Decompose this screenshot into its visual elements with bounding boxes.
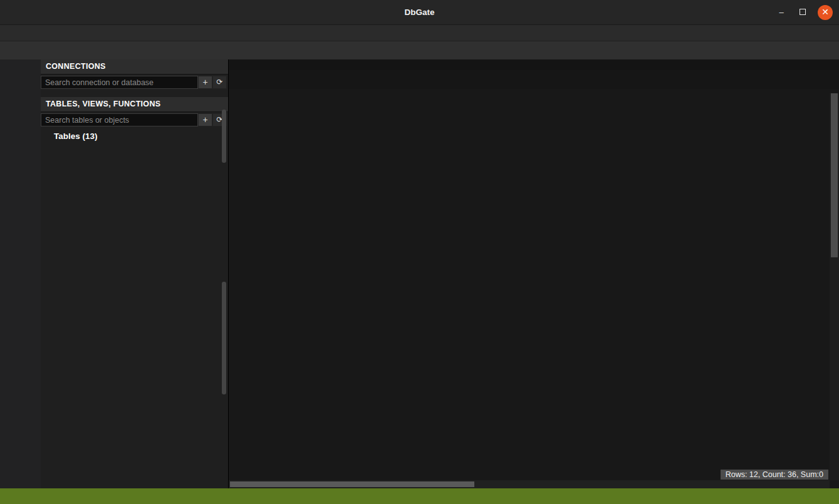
maximize-icon <box>800 9 806 15</box>
tables-group-row[interactable]: Tables (13) <box>41 128 228 144</box>
window-title: DbGate <box>0 0 839 25</box>
scrollbar-thumb[interactable] <box>230 481 474 487</box>
data-grid-area: Rows: 12, Count: 36, Sum:0 <box>229 89 839 488</box>
connections-search-row: + ⟳ <box>41 75 228 90</box>
database-tab-strip <box>229 59 839 70</box>
grid-horizontal-scrollbar[interactable] <box>229 480 830 488</box>
table-tab-strip <box>229 70 839 89</box>
tables-group-label: Tables (13) <box>54 131 98 141</box>
scrollbar-thumb[interactable] <box>831 93 838 257</box>
tables-search-row: + ⟳ <box>41 112 228 128</box>
maximize-button[interactable] <box>795 5 810 20</box>
connections-search-input[interactable] <box>41 76 198 89</box>
connections-refresh-button[interactable]: ⟳ <box>212 76 227 89</box>
tables-header: TABLES, VIEWS, FUNCTIONS <box>41 97 228 112</box>
minimize-button[interactable]: – <box>774 5 789 20</box>
sidebar-icon-rail <box>0 59 41 488</box>
left-panel: CONNECTIONS + ⟳ TABLES, VIEWS, FUNCTIONS… <box>41 59 229 488</box>
dbgate-window: DbGate – ✕ CONNECTIONS + ⟳ TABLES, VIEWS… <box>0 0 839 504</box>
connections-scrollbar[interactable] <box>222 110 226 163</box>
menu-bar <box>0 25 839 41</box>
add-table-plus-button[interactable]: + <box>198 113 212 126</box>
add-connection-plus-button[interactable]: + <box>198 76 212 89</box>
tables-scrollbar[interactable] <box>222 282 226 394</box>
grid-vertical-scrollbar[interactable] <box>830 93 839 480</box>
title-bar: DbGate – ✕ <box>0 0 839 25</box>
selection-stats-overlay: Rows: 12, Count: 36, Sum:0 <box>721 470 828 480</box>
tables-search-input[interactable] <box>41 113 198 126</box>
toolbar <box>0 41 839 59</box>
connections-header: CONNECTIONS <box>41 59 228 75</box>
close-button[interactable]: ✕ <box>818 5 833 20</box>
status-bar <box>0 488 839 504</box>
